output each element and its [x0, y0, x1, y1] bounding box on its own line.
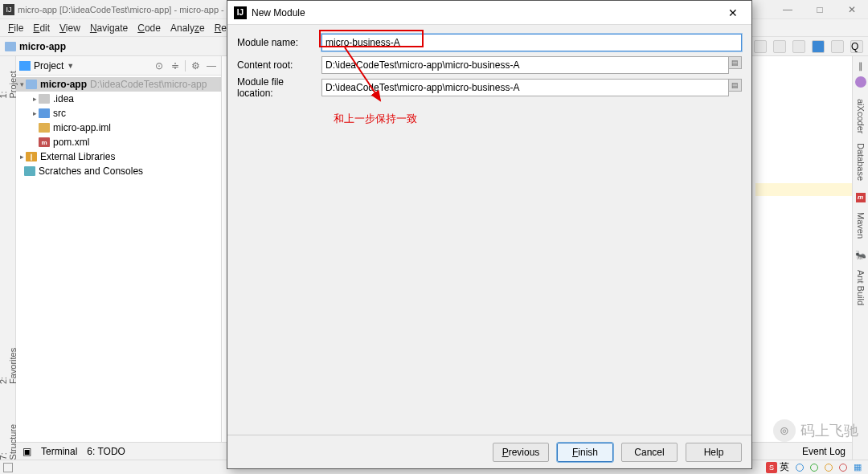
btn-lbl: revious — [509, 447, 540, 458]
tree-root[interactable]: ▾ micro-app D:\ideaCodeTest\micro-app — [16, 77, 221, 92]
browse-icon[interactable]: ▤ — [729, 79, 742, 92]
aixcoder-icon[interactable] — [855, 76, 866, 88]
menu-code[interactable]: Code — [133, 22, 166, 34]
tree-item-pom[interactable]: m pom.xml — [16, 135, 221, 149]
dialog-titlebar[interactable]: IJ New Module ✕ — [227, 1, 751, 25]
dialog-title: New Module — [252, 7, 721, 18]
item-label: src — [53, 108, 66, 119]
hide-icon[interactable]: — — [205, 59, 218, 72]
tab-ant[interactable]: Ant Build — [856, 270, 866, 305]
ime-lang: 英 — [780, 460, 789, 474]
status-icon-4[interactable] — [839, 464, 847, 472]
vcs-icon[interactable] — [792, 40, 805, 53]
watermark-text: 码上飞驰 — [800, 421, 858, 440]
project-toolwindow: Project ▼ ⊙ ≑ ⚙ — ▾ micro-app D:\ideaCod… — [16, 56, 222, 460]
tree-item-src[interactable]: ▸ src — [16, 106, 221, 121]
cancel-button[interactable]: Cancel — [621, 443, 678, 462]
btn-lbl: inish — [578, 447, 598, 458]
pause-icon[interactable]: ∥ — [858, 61, 863, 72]
item-label: Scratches and Consoles — [39, 165, 143, 177]
item-label: pom.xml — [53, 137, 89, 148]
update-icon[interactable] — [812, 40, 825, 53]
menu-navigate[interactable]: Navigate — [85, 22, 133, 34]
root-path: D:\ideaCodeTest\micro-app — [90, 79, 207, 90]
tree-item-iml[interactable]: micro-app.iml — [16, 121, 221, 135]
tab-aixcoder[interactable]: aiXcoder — [856, 99, 866, 133]
editor-highlight-stripe — [755, 183, 852, 196]
gear-icon[interactable]: ⚙ — [189, 59, 202, 72]
settings-icon[interactable]: Q — [850, 40, 863, 53]
run-config-icon[interactable] — [754, 40, 767, 53]
lib-icon: ∥ — [26, 152, 37, 161]
chevron-down-icon[interactable]: ▼ — [67, 62, 74, 70]
label-content-root: Content root: — [237, 59, 321, 71]
ide-title: micro-app [D:\ideaCodeTest\micro-app] - … — [18, 5, 224, 14]
tree-external-libs[interactable]: ▸∥ External Libraries — [16, 149, 221, 164]
search-everywhere-icon[interactable] — [831, 40, 844, 53]
label-module-file-location: Module file location: — [237, 76, 321, 99]
minimize-button[interactable]: — — [772, 0, 804, 19]
tab-todo[interactable]: 6: TODO — [87, 446, 125, 457]
input-module-name[interactable] — [321, 34, 742, 51]
collapse-icon[interactable]: ≑ — [169, 59, 182, 72]
folder-icon — [26, 80, 37, 89]
tab-project[interactable]: 1: Project — [0, 63, 18, 99]
browse-icon[interactable]: ▤ — [729, 56, 742, 69]
tab-eventlog[interactable]: Event Log — [802, 446, 845, 457]
menu-edit[interactable]: Edit — [28, 22, 55, 34]
left-gutter: 1: Project 2: Favorites 7: Structure — [0, 56, 16, 460]
breadcrumb-root[interactable]: micro-app — [19, 41, 66, 52]
row-content-root: Content root: ▤ — [237, 55, 742, 75]
target-icon[interactable]: ⊙ — [153, 59, 166, 72]
tab-terminal[interactable]: Terminal — [41, 446, 77, 457]
project-view-title[interactable]: Project — [34, 60, 63, 72]
item-label: .idea — [53, 93, 74, 104]
ant-icon[interactable]: 🐜 — [855, 250, 866, 260]
tab-favorites[interactable]: 2: Favorites — [0, 340, 18, 384]
annotation-text: 和上一步保持一致 — [334, 112, 417, 126]
status-toggle-icon[interactable] — [3, 463, 13, 472]
row-module-file-location: Module file location: ▤ — [237, 78, 742, 97]
close-icon[interactable]: ✕ — [721, 6, 745, 19]
label-module-name: Module name: — [237, 37, 321, 48]
tab-database[interactable]: Database — [856, 143, 866, 181]
menu-file[interactable]: File — [3, 22, 28, 34]
row-module-name: Module name: — [237, 33, 742, 52]
folder-icon — [39, 94, 50, 104]
toolbar-right: Q — [754, 37, 863, 56]
terminal-icon[interactable]: ▣ — [23, 446, 31, 457]
project-tree: ▾ micro-app D:\ideaCodeTest\micro-app ▸ … — [16, 76, 221, 180]
window-controls: — □ ✕ — [772, 0, 868, 19]
input-module-file-location[interactable] — [321, 79, 729, 96]
close-button[interactable]: ✕ — [836, 0, 868, 19]
intellij-icon: IJ — [3, 4, 14, 15]
previous-button[interactable]: Previous — [493, 443, 549, 462]
ime-icon[interactable]: S — [766, 462, 777, 473]
intellij-icon: IJ — [234, 6, 247, 19]
item-label: micro-app.iml — [53, 122, 111, 133]
status-icon-3[interactable] — [825, 464, 833, 472]
folder-icon — [39, 108, 50, 118]
folder-icon — [5, 42, 16, 51]
status-icon-1[interactable] — [796, 464, 804, 472]
input-content-root[interactable] — [321, 56, 729, 74]
maximize-button[interactable]: □ — [804, 0, 836, 19]
tree-item-idea[interactable]: ▸ .idea — [16, 92, 221, 106]
dialog-body: Module name: Content root: ▤ Module file… — [227, 25, 751, 435]
menu-analyze[interactable]: Analyze — [166, 22, 210, 34]
tree-scratches[interactable]: Scratches and Consoles — [16, 164, 221, 178]
status-icon-2[interactable] — [810, 464, 818, 472]
help-button[interactable]: Help — [686, 443, 742, 462]
root-name: micro-app — [40, 79, 87, 90]
maven-icon[interactable]: m — [856, 193, 866, 202]
right-gutter: ∥ aiXcoder Database m Maven 🐜 Ant Build — [852, 56, 868, 460]
tab-maven[interactable]: Maven — [856, 212, 866, 239]
watermark: ⊚ 码上飞驰 — [773, 419, 858, 442]
finish-button[interactable]: Finish — [557, 443, 613, 462]
tab-structure[interactable]: 7: Structure — [0, 416, 18, 460]
menu-view[interactable]: View — [55, 22, 85, 34]
new-module-dialog: IJ New Module ✕ Module name: Content roo… — [227, 0, 752, 469]
status-icon-5[interactable]: ▦ — [854, 462, 862, 472]
build-icon[interactable] — [773, 40, 786, 53]
pom-icon: m — [39, 137, 50, 147]
